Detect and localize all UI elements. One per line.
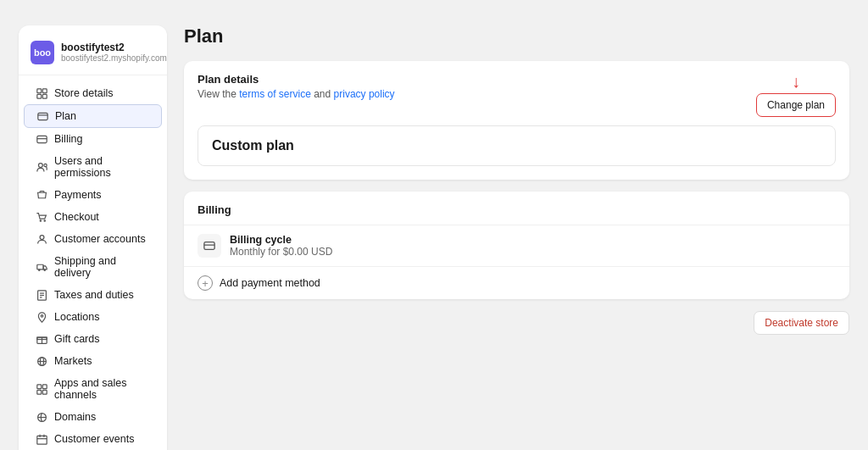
billing-cycle-label: Billing cycle [230,234,332,246]
add-payment-label: Add payment method [220,277,320,289]
sidebar-item-billing[interactable]: Billing [24,128,162,150]
privacy-policy-link[interactable]: privacy policy [334,88,395,100]
domains-icon [36,411,47,423]
svg-point-15 [43,269,45,270]
payments-icon [36,189,47,201]
svg-rect-0 [36,88,41,92]
sidebar-item-gift-cards[interactable]: Gift cards [24,328,162,350]
svg-rect-1 [42,88,47,92]
svg-point-14 [38,269,40,270]
plan-details-sub: View the terms of service and privacy po… [198,88,395,100]
plan-details-text: Plan details View the terms of service a… [198,73,395,100]
checkout-icon [36,211,47,223]
store-details-icon [36,87,47,99]
sidebar-item-customer-events-label: Customer events [54,433,134,445]
billing-card: Billing Billing cycle Monthly for $0.00 … [184,192,849,299]
plan-card-header: Plan details View the terms of service a… [184,61,849,125]
sidebar-item-billing-label: Billing [54,133,82,145]
svg-point-8 [38,163,42,167]
red-arrow-annotation: ↓ [792,73,800,90]
svg-point-9 [43,164,46,166]
locations-icon [36,311,47,323]
svg-rect-29 [42,390,47,394]
description-middle: and [311,88,334,100]
svg-rect-40 [204,242,214,250]
billing-cycle-value: Monthly for $0.00 USD [230,246,332,258]
svg-rect-27 [42,384,47,388]
plan-details-card: Plan details View the terms of service a… [184,61,849,180]
sidebar-item-customer-accounts-label: Customer accounts [54,233,146,245]
svg-rect-31 [36,436,46,444]
add-payment-row[interactable]: + Add payment method [184,266,849,299]
sidebar-item-gift-cards-label: Gift cards [54,333,100,345]
add-payment-icon: + [198,275,213,291]
main-content: Plan Plan details View the terms of serv… [184,25,849,450]
store-info: boostifytest2 boostifytest2.myshopify.co… [61,42,167,64]
plan-icon [36,110,48,122]
svg-rect-2 [36,94,41,98]
svg-point-10 [39,219,41,221]
sidebar-item-locations-label: Locations [54,311,100,323]
users-icon [36,161,47,173]
sidebar-item-locations[interactable]: Locations [24,306,162,328]
svg-point-20 [41,314,42,316]
store-name: boostifytest2 [61,42,167,53]
sidebar-item-users-label: Users and permissions [54,155,150,179]
svg-rect-28 [36,390,41,394]
terms-of-service-link[interactable]: terms of service [239,88,311,100]
svg-rect-3 [42,94,47,98]
deactivate-store-button[interactable]: Deactivate store [754,311,849,335]
sidebar: boo boostifytest2 boostifytest2.myshopif… [19,25,167,450]
sidebar-item-payments[interactable]: Payments [24,184,162,206]
sidebar-item-shipping-label: Shipping and delivery [54,255,150,279]
customer-events-icon [36,433,47,445]
apps-sales-icon [36,383,47,395]
sidebar-item-markets[interactable]: Markets [24,350,162,372]
svg-rect-13 [36,264,42,269]
sidebar-item-store-details-label: Store details [54,87,113,99]
billing-cycle-icon [198,234,221,258]
billing-cycle-text: Billing cycle Monthly for $0.00 USD [230,234,332,258]
sidebar-item-domains[interactable]: Domains [24,406,162,428]
sidebar-item-users-permissions[interactable]: Users and permissions [24,150,162,184]
shipping-icon [36,261,47,273]
sidebar-item-taxes-label: Taxes and duties [54,289,134,301]
sidebar-item-plan[interactable]: Plan [24,104,162,128]
markets-icon [36,355,47,367]
svg-rect-26 [36,384,41,388]
sidebar-item-taxes[interactable]: Taxes and duties [24,284,162,306]
sidebar-item-apps-sales[interactable]: Apps and sales channels [24,372,162,406]
billing-cycle-row: Billing cycle Monthly for $0.00 USD [184,225,849,266]
sidebar-item-domains-label: Domains [54,411,96,423]
plan-details-title: Plan details [198,73,395,86]
sidebar-item-payments-label: Payments [54,189,102,201]
svg-point-12 [40,235,44,239]
sidebar-item-customer-events[interactable]: Customer events [24,428,162,450]
sidebar-item-store-details[interactable]: Store details [24,82,162,104]
store-domain: boostifytest2.myshopify.com [61,53,167,64]
arrow-wrapper: ↓ Change plan [756,73,836,117]
sidebar-item-apps-sales-label: Apps and sales channels [54,377,150,401]
svg-rect-6 [36,136,46,142]
svg-point-11 [43,219,45,221]
page-title: Plan [184,25,849,47]
billing-icon [36,133,47,145]
sidebar-item-checkout-label: Checkout [54,211,99,223]
gift-cards-icon [36,333,47,345]
svg-rect-4 [37,113,47,119]
sidebar-item-checkout[interactable]: Checkout [24,206,162,228]
sidebar-item-customer-accounts[interactable]: Customer accounts [24,228,162,250]
store-avatar: boo [31,41,54,64]
description-prefix: View the [198,88,239,100]
current-plan-name: Custom plan [198,125,836,166]
sidebar-item-shipping[interactable]: Shipping and delivery [24,250,162,284]
billing-section-title: Billing [184,192,849,225]
taxes-icon [36,289,47,301]
sidebar-item-plan-label: Plan [55,110,76,122]
customer-accounts-icon [36,233,47,245]
change-plan-button[interactable]: Change plan [756,93,836,117]
sidebar-item-markets-label: Markets [54,355,92,367]
store-header: boo boostifytest2 boostifytest2.myshopif… [19,36,167,75]
